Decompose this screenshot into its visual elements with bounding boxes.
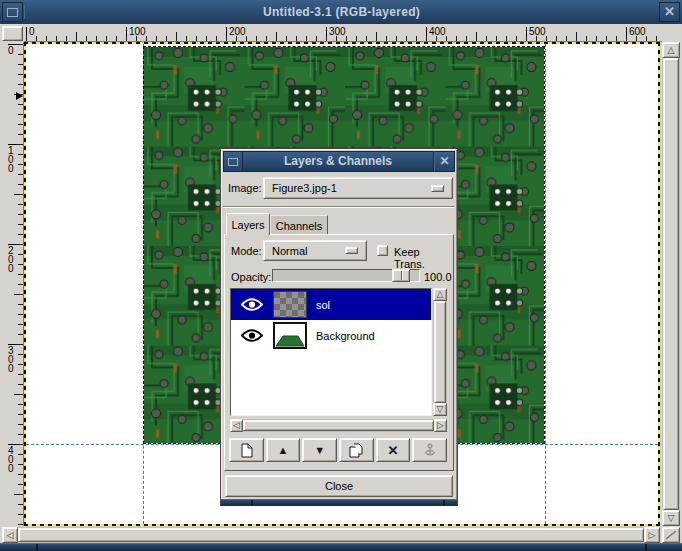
resize-grip[interactable] <box>662 527 680 543</box>
v-ruler-label: 0 <box>8 44 16 55</box>
lower-layer-button[interactable]: ▼ <box>302 438 337 462</box>
new-layer-icon <box>240 443 253 458</box>
scroll-right-button[interactable]: ▷ <box>644 527 660 543</box>
list-vscroll-trough[interactable] <box>433 301 447 403</box>
horizontal-ruler[interactable]: 0 100 200 300 400 500 600 <box>24 26 662 42</box>
arrow-right-icon: ▷ <box>649 531 656 540</box>
v-ruler-label: 100 <box>8 144 16 173</box>
new-layer-button[interactable] <box>229 438 264 462</box>
dialog-menu-button[interactable] <box>223 151 243 172</box>
window-menu-icon <box>7 8 18 17</box>
v-ruler-label: 300 <box>8 344 16 373</box>
horizontal-scrollbar[interactable]: ◁ ▷ <box>2 527 660 543</box>
vertical-ruler[interactable]: 0 100 200 300 400 <box>4 42 24 526</box>
tab-channels[interactable]: Channels <box>270 215 328 235</box>
gimp-image-window: Untitled-3.1 (RGB-layered) ✕ 0 100 200 3… <box>0 0 682 551</box>
arrow-left-icon: ◁ <box>7 531 14 540</box>
mode-select-value: Normal <box>272 245 345 257</box>
dialog-close-button[interactable]: ✕ <box>434 151 455 172</box>
delete-layer-icon: ✕ <box>388 443 399 458</box>
tab-layers-label: Layers <box>231 219 264 231</box>
duplicate-layer-button[interactable] <box>339 438 374 462</box>
raise-layer-icon: ▲ <box>278 444 289 456</box>
layers-channels-dialog: Layers & Channels ✕ Image: Figure3.jpg-1… <box>220 148 458 506</box>
vertical-scrollbar-thumb[interactable] <box>663 58 679 510</box>
scroll-down-button[interactable]: ▽ <box>662 510 680 526</box>
mode-select[interactable]: Normal <box>263 240 367 261</box>
tab-channels-label: Channels <box>276 220 322 232</box>
horizontal-scrollbar-thumb[interactable] <box>18 528 644 542</box>
layer-thumbnail-canvas <box>273 322 307 349</box>
tab-layers[interactable]: Layers <box>226 213 270 235</box>
canvas-boundary-left <box>24 42 26 526</box>
keep-trans-checkbox[interactable] <box>377 245 388 256</box>
anchor-icon <box>423 443 437 457</box>
canvas-preview-shape <box>275 324 305 347</box>
frame-separator <box>645 544 647 551</box>
canvas-boundary-right <box>658 42 660 526</box>
visibility-toggle[interactable] <box>231 329 273 342</box>
dialog-title: Layers & Channels <box>243 151 434 172</box>
resize-grip-icon <box>665 530 677 540</box>
scroll-up-button[interactable]: △ <box>662 42 680 58</box>
layers-list: sol Background <box>230 288 432 416</box>
opacity-value: 100.0 <box>424 271 452 283</box>
arrow-down-icon: ▽ <box>437 405 444 414</box>
close-icon: ✕ <box>439 154 449 168</box>
guide-vertical-right[interactable] <box>545 44 546 524</box>
option-menu-indicator-icon <box>431 185 444 192</box>
list-vertical-scrollbar[interactable]: △ ▽ <box>433 288 447 416</box>
image-select-value: Figure3.jpg-1 <box>272 182 431 194</box>
eye-icon <box>241 298 263 311</box>
raise-layer-button[interactable]: ▲ <box>266 438 301 462</box>
layer-tool-buttons: ▲ ▼ ✕ <box>229 438 447 462</box>
h-ruler-label: 100 <box>126 27 146 41</box>
arrow-down-icon: ▽ <box>668 514 675 523</box>
ruler-origin-button[interactable] <box>2 26 23 41</box>
visibility-toggle[interactable] <box>231 298 273 311</box>
list-scroll-right-button[interactable]: ▷ <box>434 419 447 432</box>
dialog-bottom-frame <box>221 499 457 506</box>
list-scroll-left-button[interactable]: ◁ <box>230 419 243 432</box>
v-ruler-label: 400 <box>8 444 16 473</box>
list-vscroll-thumb[interactable] <box>434 301 446 403</box>
layers-tab-panel: Mode: Normal Keep Trans. Opacity: 100.0 <box>224 234 454 471</box>
frame-separator <box>36 544 38 551</box>
frame-separator <box>443 500 445 506</box>
window-title: Untitled-3.1 (RGB-layered) <box>24 5 658 19</box>
separator <box>223 206 455 208</box>
vertical-scrollbar[interactable]: △ ▽ <box>662 42 680 526</box>
anchor-layer-button[interactable] <box>412 438 447 462</box>
canvas-boundary-top <box>24 42 660 44</box>
opacity-label: Opacity: <box>231 271 271 283</box>
keep-trans-label: Keep Trans. <box>394 246 453 270</box>
list-hscroll-trough[interactable] <box>243 419 434 432</box>
window-bottom-frame <box>0 543 682 551</box>
layer-row-background[interactable]: Background <box>231 320 431 351</box>
list-hscroll-thumb[interactable] <box>243 420 434 431</box>
eye-icon <box>241 329 263 342</box>
scroll-left-button[interactable]: ◁ <box>2 527 18 543</box>
image-select[interactable]: Figure3.jpg-1 <box>263 177 453 199</box>
close-button[interactable]: Close <box>225 475 453 497</box>
delete-layer-button[interactable]: ✕ <box>376 438 411 462</box>
window-menu-button[interactable] <box>2 2 23 22</box>
window-close-button[interactable]: ✕ <box>659 2 680 22</box>
arrow-up-icon: △ <box>668 46 675 55</box>
arrow-left-icon: ◁ <box>233 421 240 430</box>
opacity-slider-handle[interactable] <box>392 269 410 282</box>
ruler-position-marker-icon <box>16 92 23 100</box>
h-ruler-label: 300 <box>326 27 346 41</box>
list-horizontal-scrollbar[interactable]: ◁ ▷ <box>230 419 447 432</box>
layer-name: sol <box>316 299 330 311</box>
h-ruler-label: 600 <box>626 27 646 41</box>
close-icon: ✕ <box>664 4 675 19</box>
list-scroll-up-button[interactable]: △ <box>433 288 447 301</box>
layer-row-sol[interactable]: sol <box>231 289 431 320</box>
opacity-slider[interactable] <box>272 269 420 282</box>
list-scroll-down-button[interactable]: ▽ <box>433 403 447 416</box>
dialog-menu-icon <box>228 158 238 166</box>
h-ruler-label: 200 <box>226 27 246 41</box>
arrow-right-icon: ▷ <box>437 421 444 430</box>
dialog-titlebar: Layers & Channels ✕ <box>223 151 455 172</box>
